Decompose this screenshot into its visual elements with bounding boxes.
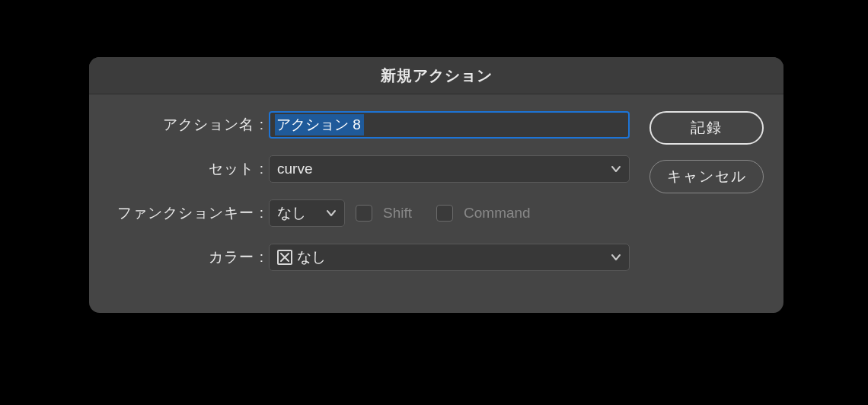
- record-button[interactable]: 記録: [649, 111, 764, 145]
- command-checkbox[interactable]: [436, 205, 453, 222]
- shift-label: Shift: [383, 205, 412, 222]
- set-select[interactable]: curve: [269, 155, 630, 183]
- command-label: Command: [464, 205, 531, 222]
- shift-checkbox[interactable]: [356, 205, 372, 222]
- chevron-down-icon: [611, 164, 621, 174]
- color-value: なし: [297, 247, 326, 267]
- dialog-title: 新規アクション: [381, 65, 493, 86]
- color-select[interactable]: なし: [269, 244, 630, 271]
- label-action-name: アクション名 :: [109, 115, 269, 135]
- label-set: セット :: [109, 159, 269, 179]
- function-key-select[interactable]: なし: [269, 199, 345, 227]
- function-key-value: なし: [277, 203, 306, 223]
- action-name-value: アクション 8: [275, 114, 364, 136]
- record-button-label: 記録: [691, 118, 723, 138]
- label-color: カラー :: [109, 247, 269, 267]
- cancel-button[interactable]: キャンセル: [649, 160, 764, 193]
- chevron-down-icon: [611, 252, 621, 263]
- label-function-key: ファンクションキー :: [109, 203, 269, 223]
- chevron-down-icon: [326, 208, 337, 218]
- cancel-button-label: キャンセル: [667, 167, 747, 187]
- none-icon: [277, 250, 292, 265]
- new-action-dialog: 新規アクション アクション名 : アクション 8 セット : curve: [89, 57, 783, 313]
- action-name-input[interactable]: アクション 8: [269, 111, 630, 139]
- dialog-titlebar: 新規アクション: [89, 57, 783, 94]
- set-value: curve: [277, 161, 312, 177]
